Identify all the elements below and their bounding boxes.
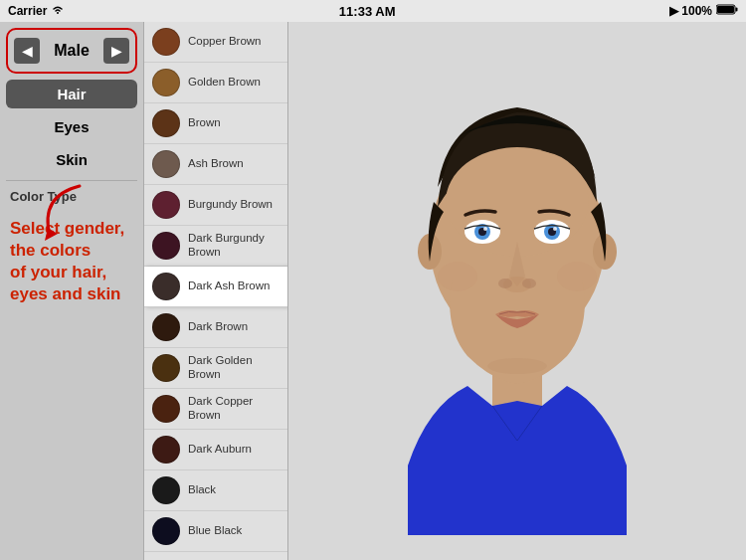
wifi-icon xyxy=(51,4,65,18)
tab-hair[interactable]: Hair xyxy=(6,80,137,108)
color-item[interactable]: Dark Copper Brown xyxy=(144,389,287,430)
color-swatch xyxy=(152,232,180,260)
color-item[interactable]: Brown xyxy=(144,103,287,144)
left-panel: ◀ Male ▶ Hair Eyes Skin Color Type Selec… xyxy=(0,22,144,560)
svg-point-16 xyxy=(553,227,557,231)
color-swatch xyxy=(152,69,180,96)
svg-point-22 xyxy=(557,262,597,291)
color-swatch xyxy=(152,28,180,56)
color-swatch xyxy=(152,476,180,504)
svg-point-19 xyxy=(522,279,536,288)
color-item[interactable]: Dark Auburn xyxy=(144,430,287,470)
color-name: Golden Brown xyxy=(188,76,261,90)
color-item[interactable]: Ash Brown xyxy=(144,144,287,185)
color-swatch xyxy=(152,313,180,341)
color-item[interactable]: Blue Black xyxy=(144,511,287,552)
color-item[interactable]: Black xyxy=(144,470,287,511)
color-swatch xyxy=(152,273,180,300)
svg-point-18 xyxy=(498,279,512,288)
color-name: Dark Auburn xyxy=(188,443,252,457)
svg-point-12 xyxy=(483,227,487,231)
color-item[interactable]: Dark Golden Brown xyxy=(144,348,287,389)
svg-rect-2 xyxy=(736,8,738,12)
color-item[interactable]: Dark Brown xyxy=(144,307,287,348)
red-arrow-annotation xyxy=(20,176,99,260)
color-item[interactable]: Burgundy Brown xyxy=(144,185,287,226)
gender-next-button[interactable]: ▶ xyxy=(103,38,129,64)
color-item[interactable]: Golden Brown xyxy=(144,63,287,103)
status-time: 11:33 AM xyxy=(339,4,396,19)
color-swatch xyxy=(152,517,180,545)
carrier-label: Carrier xyxy=(8,4,47,18)
avatar-container xyxy=(348,48,686,535)
color-swatch xyxy=(152,150,180,178)
main-content: ◀ Male ▶ Hair Eyes Skin Color Type Selec… xyxy=(0,22,746,560)
color-name: Burgundy Brown xyxy=(188,198,273,212)
status-bar: Carrier 11:33 AM ▶ 100% xyxy=(0,0,746,22)
gender-prev-button[interactable]: ◀ xyxy=(14,38,40,64)
tab-skin[interactable]: Skin xyxy=(6,145,137,174)
color-swatch xyxy=(152,436,180,464)
color-name: Dark Brown xyxy=(188,320,248,334)
svg-point-21 xyxy=(438,262,477,291)
color-item[interactable]: Dark Ash Brown xyxy=(144,267,287,307)
color-item[interactable]: Dark Burgundy Brown xyxy=(144,226,287,267)
color-swatch xyxy=(152,191,180,219)
color-item[interactable]: Copper Brown xyxy=(144,22,287,63)
color-name: Blue Black xyxy=(188,524,242,538)
color-name: Brown xyxy=(188,116,221,130)
color-list-panel[interactable]: Copper BrownGolden BrownBrownAsh BrownBu… xyxy=(144,22,288,560)
battery-icon xyxy=(716,4,738,18)
status-right: ▶ 100% xyxy=(669,4,738,18)
svg-point-20 xyxy=(487,358,547,374)
color-swatch xyxy=(152,395,180,423)
svg-point-8 xyxy=(446,147,589,257)
color-name: Dark Ash Brown xyxy=(188,280,270,293)
svg-marker-3 xyxy=(45,228,58,241)
color-name: Copper Brown xyxy=(188,35,262,49)
color-name: Dark Copper Brown xyxy=(188,395,280,423)
status-left: Carrier xyxy=(8,4,65,18)
color-name: Ash Brown xyxy=(188,157,244,171)
color-name: Dark Burgundy Brown xyxy=(188,232,280,260)
gender-selector: ◀ Male ▶ xyxy=(6,28,137,74)
color-swatch xyxy=(152,109,180,137)
color-name: Black xyxy=(188,483,216,497)
tab-eyes[interactable]: Eyes xyxy=(6,112,137,141)
color-swatch xyxy=(152,354,180,382)
gender-label: Male xyxy=(44,42,99,60)
color-name: Dark Golden Brown xyxy=(188,354,280,382)
svg-rect-1 xyxy=(717,6,734,13)
signal-icon: ▶ 100% xyxy=(669,4,712,18)
avatar-panel xyxy=(288,22,746,560)
